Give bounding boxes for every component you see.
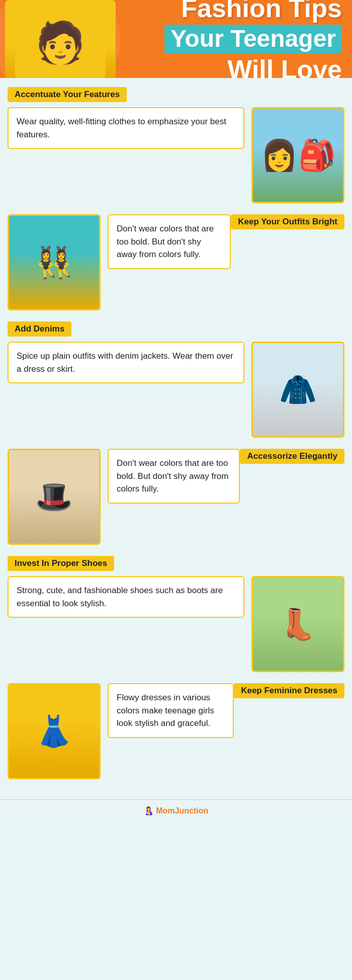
section-accessorize: Accessorize Elegantly 🎩 Don't wear color… <box>8 449 344 545</box>
section-inner-shoes: Strong, cute, and fashionable shoes such… <box>8 576 344 672</box>
main-content: Accentuate Your Features Wear quality, w… <box>0 78 352 799</box>
section-label-accentuate: Accentuate Your Features <box>8 87 344 107</box>
text-accentuate: Wear quality, well-fitting clothes to em… <box>17 117 226 139</box>
img-box-accessorize: 🎩 <box>8 449 101 545</box>
text-box-bright: Don't wear colors that are too bold. But… <box>108 214 231 269</box>
img-col-bright: 👯‍♀️ <box>8 214 101 310</box>
img-col-accentuate: 👩‍🎒 <box>251 107 344 203</box>
text-accessorize: Don't wear colors that are too bold. But… <box>117 458 228 494</box>
img-box-bright: 👯‍♀️ <box>8 214 101 310</box>
label-row-shoes: Invest In Proper Shoes <box>8 556 344 576</box>
img-col-accessorize: 🎩 <box>8 449 101 545</box>
img-box-accentuate: 👩‍🎒 <box>251 107 344 203</box>
footer: 🤱 MomJunction <box>0 799 352 822</box>
img-denim-girl: 🧥 <box>253 343 343 436</box>
img-col-shoes: 👢 <box>251 576 344 672</box>
title-line2-bg: Your Teenager <box>164 25 342 53</box>
footer-icon: 🤱 <box>144 806 156 815</box>
text-col-shoes: Strong, cute, and fashionable shoes such… <box>8 576 244 618</box>
text-col-bright: Don't wear colors that are too bold. But… <box>108 214 231 269</box>
img-box-dresses: 👗 <box>8 683 101 779</box>
text-col-dresses: Flowy dresses in various colors make tee… <box>108 683 234 738</box>
label-row-denims: Add Denims <box>8 321 344 342</box>
section-inner-bright: 👯‍♀️ Don't wear colors that are too bold… <box>8 214 231 310</box>
text-box-shoes: Strong, cute, and fashionable shoes such… <box>8 576 244 618</box>
header: 🧑 Fashion Tips Your Teenager Will Love <box>0 0 352 78</box>
text-box-dresses: Flowy dresses in various colors make tee… <box>108 683 234 738</box>
img-box-shoes: 👢 <box>251 576 344 672</box>
title-line2: Your Teenager <box>170 26 336 52</box>
text-col-accentuate: Wear quality, well-fitting clothes to em… <box>8 107 244 149</box>
header-title: Fashion Tips Your Teenager Will Love <box>164 0 342 78</box>
section-inner-accessorize: 🎩 Don't wear colors that are too bold. B… <box>8 449 240 545</box>
text-bright: Don't wear colors that are too bold. But… <box>117 224 214 259</box>
label-accentuate: Accentuate Your Features <box>8 87 127 102</box>
label-accessorize: Accessorize Elegantly <box>240 449 344 464</box>
footer-brand-text: MomJunction <box>156 806 208 815</box>
label-bright: Keep Your Outfits Bright <box>231 214 344 229</box>
section-bright: Keep Your Outfits Bright 👯‍♀️ Don't wear… <box>8 214 344 310</box>
section-inner-denims: Spice up plain outfits with denim jacket… <box>8 342 344 438</box>
text-box-accentuate: Wear quality, well-fitting clothes to em… <box>8 107 244 149</box>
text-box-denims: Spice up plain outfits with denim jacket… <box>8 342 244 383</box>
section-inner-accentuate: Wear quality, well-fitting clothes to em… <box>8 107 344 203</box>
img-dress-girl: 👗 <box>9 685 99 778</box>
text-col-denims: Spice up plain outfits with denim jacket… <box>8 342 244 383</box>
text-col-accessorize: Don't wear colors that are too bold. But… <box>108 449 240 504</box>
img-box-denims: 🧥 <box>251 342 344 438</box>
img-col-denims: 🧥 <box>251 342 344 438</box>
section-accentuate: Accentuate Your Features Wear quality, w… <box>8 87 344 203</box>
label-denims: Add Denims <box>8 321 71 337</box>
text-shoes: Strong, cute, and fashionable shoes such… <box>17 586 223 608</box>
label-shoes: Invest In Proper Shoes <box>8 556 114 571</box>
img-col-dresses: 👗 <box>8 683 101 779</box>
person-icon: 🧑 <box>15 8 106 78</box>
img-two-girls: 👯‍♀️ <box>9 216 99 309</box>
section-denims: Add Denims Spice up plain outfits with d… <box>8 321 344 438</box>
section-inner-dresses: 👗 Flowy dresses in various colors make t… <box>8 683 234 779</box>
section-shoes: Invest In Proper Shoes Strong, cute, and… <box>8 556 344 672</box>
section-dresses: Keep Feminine Dresses 👗 Flowy dresses in… <box>8 683 344 779</box>
title-line1: Fashion Tips <box>164 0 342 23</box>
title-line3: Will Love <box>164 55 342 78</box>
img-teen-girl: 👩‍🎒 <box>253 109 343 202</box>
text-box-accessorize: Don't wear colors that are too bold. But… <box>108 449 240 504</box>
footer-brand: 🤱 MomJunction <box>6 806 346 815</box>
label-dresses: Keep Feminine Dresses <box>234 683 344 698</box>
img-boots-girl: 👢 <box>253 578 343 671</box>
text-dresses: Flowy dresses in various colors make tee… <box>117 693 214 728</box>
text-denims: Spice up plain outfits with denim jacket… <box>17 351 233 374</box>
header-image: 🧑 <box>5 0 116 78</box>
img-hat-girl: 🎩 <box>9 450 99 543</box>
